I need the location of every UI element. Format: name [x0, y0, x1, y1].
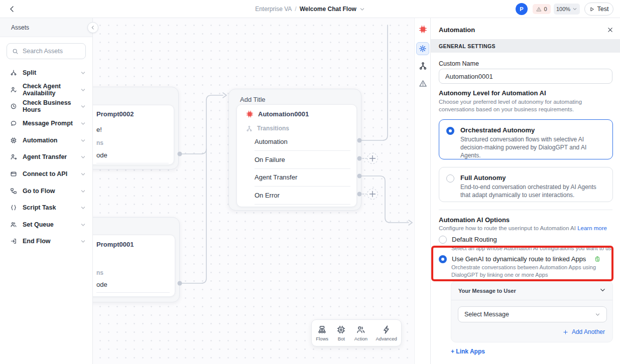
node-item-automation[interactable]: Automation — [255, 138, 288, 145]
toolbar-action[interactable]: Action — [354, 325, 367, 341]
breadcrumb-root[interactable]: Enterprise VA — [255, 6, 292, 13]
automation-settings-panel: Automation GENERAL SETTINGS Custom Name … — [430, 18, 620, 364]
sidebar-collapse-button[interactable] — [87, 22, 98, 33]
script-task-icon — [10, 204, 17, 211]
avatar[interactable]: P — [516, 3, 528, 15]
check-business-hours-icon — [10, 103, 17, 110]
advanced-icon — [382, 325, 391, 334]
flow-node-prompt0002[interactable]: Prompt0002 e! ns ode — [93, 87, 179, 169]
general-settings-header: GENERAL SETTINGS — [431, 39, 620, 53]
option-default-routing[interactable]: Default Routing — [439, 235, 497, 244]
chevron-down-icon[interactable] — [359, 7, 365, 12]
node-title-row: Prompt0002 — [96, 110, 134, 118]
toolbar-flows[interactable]: Flows — [316, 325, 328, 341]
radio-checked[interactable] — [446, 127, 454, 135]
sidebar-item-go-to-flow[interactable]: Go to Flow — [0, 183, 93, 200]
node-section-fragment: ns — [96, 269, 103, 276]
node-section-fragment: ns — [96, 139, 103, 146]
zoom-level-dropdown[interactable]: 100% — [554, 4, 580, 15]
node-title: Automation0001 — [258, 110, 309, 118]
radio-checked[interactable] — [439, 255, 447, 263]
add-another-link[interactable]: Add Another — [563, 328, 605, 335]
option-title: Use GenAI to dynamically route to linked… — [452, 255, 586, 263]
flow-node-prompt0001[interactable]: Prompt0001 ns ode — [93, 217, 180, 302]
option-use-genai-routing[interactable]: Use GenAI to dynamically route to linked… — [439, 255, 601, 263]
divider — [451, 300, 612, 300]
node-body: Prompt0001 ns ode — [93, 235, 175, 297]
sidebar-item-end-flow[interactable]: End Flow — [0, 233, 93, 250]
asset-search — [7, 43, 86, 59]
flow-structure-icon[interactable] — [419, 62, 427, 70]
option-full-autonomy[interactable]: Full Autonomy End-to-end conversation or… — [439, 167, 613, 202]
flow-canvas[interactable]: Prompt0002 e! ns ode Prompt0001 ns ode A… — [93, 18, 414, 364]
chevron-down-icon — [595, 312, 600, 317]
select-message-dropdown[interactable]: Select Message — [458, 306, 607, 322]
node-header[interactable]: Add Title — [240, 96, 266, 103]
chevron-down-icon — [80, 87, 86, 93]
node-item-on-failure[interactable]: On Failure — [255, 156, 285, 163]
assets-sidebar: Assets Split Check Agent Availability Ch… — [0, 18, 93, 364]
option-title: Default Routing — [452, 236, 497, 243]
agent-transfer-icon — [10, 153, 17, 160]
radio-unchecked[interactable] — [446, 174, 454, 183]
node-item-agent-transfer[interactable]: Agent Transfer — [255, 173, 297, 181]
autonomy-heading: Autonomy Level for Automation AI — [439, 89, 546, 97]
flows-icon — [317, 325, 327, 334]
learn-more-link[interactable]: Learn more — [577, 225, 607, 231]
test-button[interactable]: Test — [584, 3, 613, 16]
genai-brain-icon — [594, 256, 601, 263]
chevron-down-icon — [80, 121, 86, 126]
sidebar-item-message-prompt[interactable]: Message Prompt — [0, 115, 93, 132]
close-icon[interactable] — [607, 27, 613, 33]
settings-tab-selected[interactable] — [416, 42, 429, 55]
search-input[interactable] — [23, 48, 78, 55]
link-apps-link[interactable]: + Link Apps — [451, 348, 485, 355]
automation-red-icon — [246, 110, 254, 118]
node-item-fragment[interactable]: ode — [96, 281, 107, 288]
zoom-level-value: 100% — [556, 6, 570, 12]
node-body: Prompt0002 e! ns ode — [93, 105, 174, 165]
option-title: Orchestrated Autonomy — [460, 126, 605, 134]
warning-count: 0 — [544, 6, 547, 12]
top-bar: Enterprise VA / Welcome Chat Flow P 0 10… — [0, 0, 620, 18]
chevron-down-icon[interactable] — [599, 287, 606, 293]
message-prompt-icon — [10, 120, 17, 127]
custom-name-input[interactable] — [439, 69, 612, 84]
chevron-down-icon — [80, 205, 86, 211]
sidebar-item-script-task[interactable]: Script Task — [0, 199, 93, 216]
automation-red-icon[interactable] — [419, 25, 427, 34]
warnings-icon[interactable] — [419, 79, 427, 88]
sidebar-item-automation[interactable]: Automation — [0, 132, 93, 149]
sidebar-item-set-queue[interactable]: Set Queue — [0, 216, 93, 233]
breadcrumb-separator: / — [295, 6, 296, 13]
sidebar-item-check-business-hours[interactable]: Check Business Hours — [0, 98, 93, 115]
chevron-left-icon — [90, 25, 95, 30]
go-to-flow-icon — [10, 188, 17, 195]
play-icon — [589, 7, 595, 12]
panel-title: Automation — [439, 26, 475, 34]
divider — [255, 186, 350, 187]
option-description: Structured conversation flows with selec… — [460, 135, 605, 159]
node-item-on-error[interactable]: On Error — [255, 192, 280, 199]
flow-node-automation0001[interactable]: Add Title Automation0001 Transitions Aut… — [228, 89, 361, 211]
radio-unchecked[interactable] — [439, 236, 447, 244]
toolbar-advanced[interactable]: Advanced — [376, 325, 397, 341]
option-orchestrated-autonomy[interactable]: Orchestrated Autonomy Structured convers… — [439, 119, 613, 159]
sidebar-item-agent-transfer[interactable]: Agent Transfer — [0, 148, 93, 165]
breadcrumb-current[interactable]: Welcome Chat Flow — [300, 6, 356, 13]
node-item-fragment[interactable]: ode — [96, 151, 107, 159]
sidebar-item-connect-to-api[interactable]: Connect to API — [0, 165, 93, 183]
chevron-down-icon — [572, 7, 577, 12]
node-transitions-row: Transitions — [246, 125, 289, 132]
sidebar-item-split[interactable]: Split — [0, 64, 93, 81]
toolbar-bot[interactable]: Bot — [336, 325, 346, 341]
node-text-fragment: e! — [96, 126, 102, 133]
warnings-badge[interactable]: 0 — [533, 4, 551, 14]
message-card-header: Your Message to User — [458, 288, 516, 294]
divider — [439, 210, 612, 210]
sidebar-item-check-agent-availability[interactable]: Check Agent Availability — [0, 81, 93, 98]
action-icon — [356, 325, 365, 334]
chevron-down-icon — [80, 189, 86, 194]
warning-icon — [536, 7, 542, 12]
chevron-down-icon — [80, 239, 86, 244]
